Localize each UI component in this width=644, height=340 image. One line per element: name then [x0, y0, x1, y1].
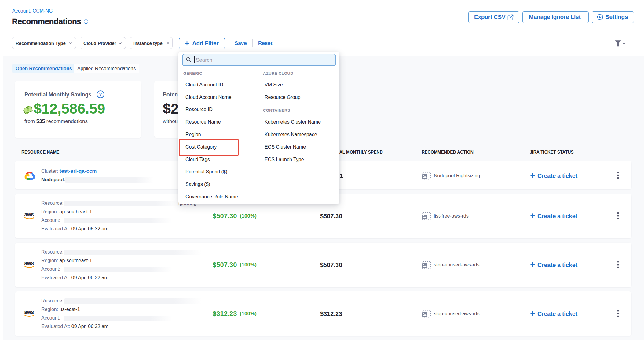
- svg-text:?: ?: [99, 92, 102, 97]
- svg-text:aws: aws: [24, 309, 34, 315]
- svg-text:aws: aws: [24, 212, 34, 218]
- svg-text:aws: aws: [24, 261, 34, 266]
